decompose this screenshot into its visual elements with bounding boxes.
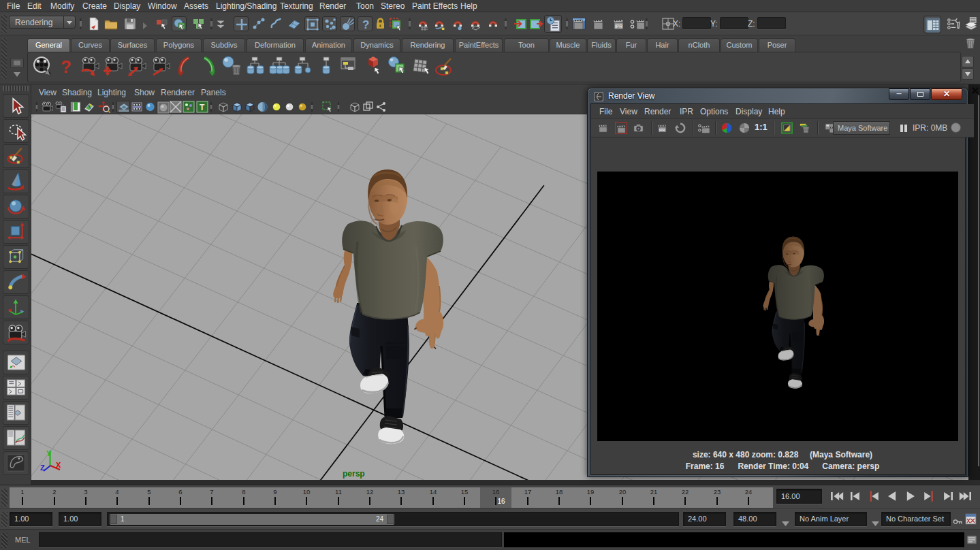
svg-text:Z: Z — [40, 464, 45, 472]
svg-text:X: X — [56, 461, 61, 469]
svg-text:?: ? — [61, 56, 72, 77]
svg-text:persp: persp — [343, 469, 365, 479]
svg-text:T: T — [200, 103, 205, 112]
svg-text:?: ? — [362, 18, 369, 31]
svg-text:IPR: IPR — [615, 24, 622, 29]
svg-text:IPR: IPR — [659, 128, 665, 132]
svg-text:Y: Y — [46, 449, 52, 457]
